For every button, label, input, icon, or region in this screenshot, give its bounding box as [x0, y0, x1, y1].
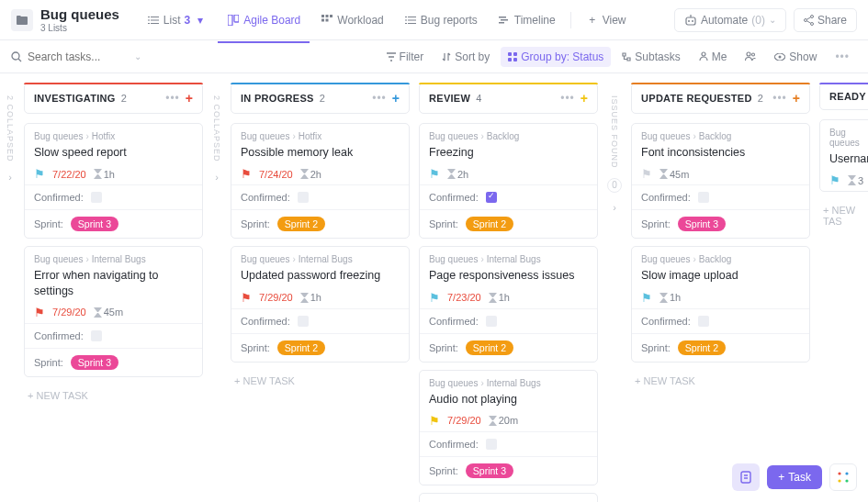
sprint-pill[interactable]: Sprint 2 [678, 340, 726, 355]
task-card[interactable]: Bug queues›Internal BugsError when navig… [24, 246, 203, 377]
me-button[interactable]: Me [692, 47, 735, 67]
divider [570, 12, 571, 28]
task-card[interactable]: Bug queues›HotfixSlow speed report⚑7/22/… [24, 123, 203, 239]
tab-add-view[interactable]: + View [577, 8, 636, 32]
confirmed-checkbox[interactable] [91, 192, 102, 203]
column-more-button[interactable]: ••• [772, 92, 787, 105]
tab-agile-board[interactable]: Agile Board [218, 8, 310, 32]
sprint-pill[interactable]: Sprint 2 [277, 217, 325, 231]
task-card[interactable]: Bug queues›Internal BugsUpdated password… [231, 246, 410, 362]
svg-rect-7 [686, 17, 695, 25]
column-add-button[interactable]: + [581, 91, 588, 106]
group-button[interactable]: Group by: Status [501, 47, 611, 67]
subtasks-icon [622, 52, 631, 61]
task-card[interactable]: Bug queues›Internal BugsAudio not playin… [419, 370, 598, 485]
new-task-button[interactable]: + NEW TASK [231, 370, 410, 392]
flag-icon[interactable]: ⚑ [241, 291, 252, 305]
confirmed-checkbox[interactable] [298, 192, 309, 203]
sprint-row: Sprint:Sprint 3 [25, 209, 202, 238]
sort-button[interactable]: Sort by [434, 47, 497, 67]
due-date[interactable]: 7/29/20 [259, 292, 293, 303]
tab-bug-reports[interactable]: Bug reports [395, 8, 487, 32]
sprint-pill[interactable]: Sprint 3 [466, 463, 513, 478]
filter-button[interactable]: Filter [379, 47, 432, 67]
task-card[interactable]: Bug queuesUsernam⚑3 [819, 119, 868, 192]
svg-point-25 [838, 479, 840, 482]
flag-icon[interactable]: ⚑ [241, 167, 252, 181]
svg-rect-16 [508, 58, 512, 61]
collapsed-column[interactable]: 2 COLLAPSED› [212, 83, 221, 493]
notepad-fab[interactable] [732, 463, 760, 491]
chevron-down-icon[interactable]: ⌄ [134, 51, 141, 61]
sprint-row: Sprint:Sprint 2 [231, 209, 409, 238]
collapsed-column[interactable]: 2 COLLAPSED› [6, 83, 15, 493]
tab-workload[interactable]: Workload [311, 8, 392, 32]
due-date[interactable]: 7/24/20 [259, 169, 293, 180]
column-count: 2 [320, 93, 325, 104]
due-date[interactable]: 7/23/20 [447, 292, 481, 303]
new-task-button[interactable]: + NEW TASK [24, 385, 203, 407]
task-card[interactable]: Bug queues›HotfixPossible memory leak⚑7/… [231, 123, 410, 239]
svg-point-8 [688, 20, 690, 22]
confirmed-checkbox[interactable] [698, 316, 709, 327]
column-add-button[interactable]: + [793, 91, 800, 106]
task-card[interactable]: Bug queues›HotfixCannot log in⚑7/24/2045… [419, 493, 598, 502]
collapsed-column[interactable]: ISSUES FOUND0› [607, 83, 622, 493]
show-button[interactable]: Show [767, 47, 824, 67]
task-card[interactable]: Bug queues›BacklogFont inconsistencies⚑4… [631, 123, 810, 239]
due-date[interactable]: 7/29/20 [447, 415, 481, 426]
duration: 1h [300, 292, 321, 303]
eye-icon [774, 53, 785, 61]
create-task-button[interactable]: +Task [767, 465, 822, 489]
flag-icon[interactable]: ⚑ [34, 306, 45, 319]
sprint-pill[interactable]: Sprint 3 [678, 217, 726, 231]
sprint-row: Sprint:Sprint 3 [632, 209, 809, 238]
column-add-button[interactable]: + [392, 91, 400, 106]
new-task-button[interactable]: + NEW TASK [631, 370, 810, 392]
tab-list[interactable]: List 3 ▾ [138, 8, 216, 32]
sprint-pill[interactable]: Sprint 2 [277, 340, 325, 355]
confirmed-checkbox[interactable] [698, 192, 709, 203]
flag-icon[interactable]: ⚑ [641, 167, 652, 181]
sprint-pill[interactable]: Sprint 3 [71, 217, 118, 231]
column-more-button[interactable]: ••• [372, 92, 387, 105]
confirmed-checkbox[interactable] [91, 330, 102, 341]
automate-button[interactable]: Automate (0) ⌄ [674, 8, 786, 32]
more-button[interactable]: ••• [828, 47, 857, 67]
svg-point-12 [810, 22, 813, 25]
flag-icon[interactable]: ⚑ [429, 291, 440, 305]
due-date[interactable]: 7/22/20 [52, 169, 86, 180]
task-meta: ⚑7/29/2045m [34, 306, 193, 319]
flag-icon[interactable]: ⚑ [429, 414, 440, 428]
confirmed-checkbox[interactable] [486, 192, 497, 203]
assignees-button[interactable] [738, 48, 763, 65]
new-task-button[interactable]: + NEW TAS [819, 199, 868, 232]
confirmed-checkbox[interactable] [486, 439, 497, 450]
sprint-pill[interactable]: Sprint 2 [466, 217, 513, 231]
due-date[interactable]: 7/29/20 [52, 307, 86, 318]
apps-fab[interactable] [829, 463, 857, 491]
svg-rect-15 [513, 52, 517, 56]
sprint-pill[interactable]: Sprint 3 [71, 355, 118, 370]
subtasks-button[interactable]: Subtasks [614, 47, 687, 67]
flag-icon[interactable]: ⚑ [34, 167, 45, 181]
confirmed-checkbox[interactable] [486, 316, 497, 327]
chevron-right-icon: › [613, 202, 616, 213]
column-more-button[interactable]: ••• [560, 92, 575, 105]
search-wrap: ⌄ [11, 50, 141, 63]
search-input[interactable] [28, 50, 129, 63]
share-button[interactable]: Share [794, 8, 857, 32]
confirmed-row: Confirmed: [231, 184, 409, 209]
flag-icon[interactable]: ⚑ [829, 173, 840, 187]
column-more-button[interactable]: ••• [165, 92, 180, 105]
tab-timeline[interactable]: Timeline [489, 8, 565, 32]
flag-icon[interactable]: ⚑ [641, 291, 652, 305]
task-card[interactable]: Bug queues›BacklogSlow image upload⚑1hCo… [631, 246, 810, 362]
column-title: INVESTIGATING [34, 93, 116, 104]
column-add-button[interactable]: + [186, 91, 193, 106]
task-card[interactable]: Bug queues›Internal BugsPage responsiven… [419, 246, 598, 362]
sprint-pill[interactable]: Sprint 2 [466, 340, 513, 355]
task-card[interactable]: Bug queues›BacklogFreezing⚑2hConfirmed:S… [419, 123, 598, 239]
flag-icon[interactable]: ⚑ [429, 167, 440, 181]
confirmed-checkbox[interactable] [298, 316, 309, 327]
